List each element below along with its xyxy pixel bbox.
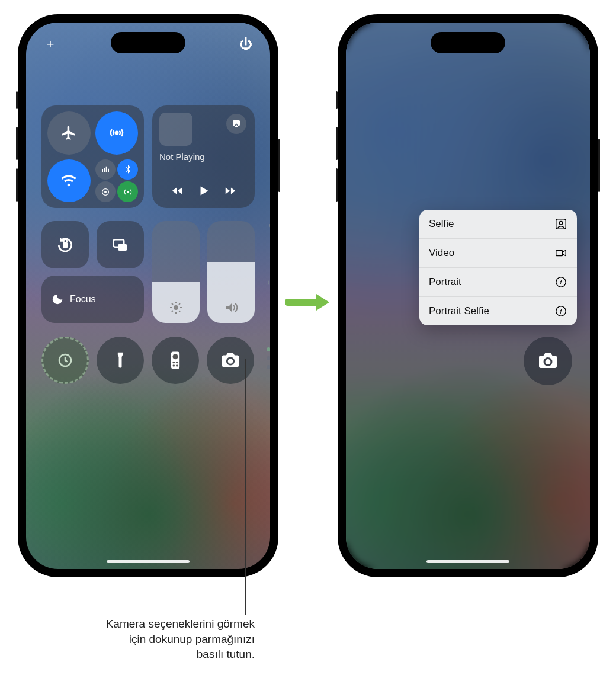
hotspot-icon (123, 187, 133, 197)
focus-label: Focus (70, 294, 96, 305)
iphone-right-frame: Selfie Video Portrait f Portrait Selfie … (338, 14, 598, 577)
camera-button[interactable] (207, 337, 254, 384)
media-artwork (159, 113, 192, 146)
wifi-icon (60, 172, 77, 189)
remote-button[interactable] (152, 337, 199, 384)
camera-button[interactable] (524, 337, 572, 385)
airplay-button[interactable] (226, 114, 246, 134)
person-square-icon (554, 218, 567, 231)
dynamic-island (111, 32, 185, 53)
control-center-screen: + ⏻ (26, 23, 270, 569)
screen-mirroring-button[interactable] (97, 221, 144, 268)
media-module[interactable]: Not Playing (152, 105, 255, 208)
svg-rect-6 (118, 244, 127, 251)
transition-arrow-icon (285, 290, 332, 314)
menu-item-label: Video (429, 247, 454, 259)
sun-icon (169, 300, 183, 315)
orientation-lock-icon (56, 235, 75, 254)
svg-point-16 (559, 221, 563, 225)
flashlight-icon (114, 350, 126, 370)
moon-icon (51, 293, 64, 306)
camera-menu-selfie[interactable]: Selfie (419, 210, 577, 238)
satellite-toggle[interactable] (95, 181, 116, 202)
iphone-left-frame: + ⏻ (18, 14, 278, 577)
power-icon: ⏻ (239, 37, 252, 52)
hotspot-toggle[interactable] (117, 181, 138, 202)
forward-icon (224, 184, 237, 197)
svg-rect-15 (556, 219, 566, 229)
rewind-button[interactable] (171, 184, 184, 200)
svg-point-7 (174, 305, 178, 310)
forward-button[interactable] (224, 184, 237, 200)
svg-point-13 (173, 364, 175, 367)
home-indicator (107, 560, 190, 563)
video-icon (554, 247, 567, 260)
camera-menu-portrait[interactable]: Portrait f (419, 267, 577, 296)
svg-text:f: f (560, 279, 563, 286)
callout-leader-line (245, 359, 246, 615)
home-indicator (426, 560, 509, 563)
rewind-icon (171, 184, 184, 197)
satellite-icon (101, 187, 110, 197)
svg-point-3 (127, 191, 129, 193)
volume-slider[interactable] (207, 221, 255, 323)
svg-point-0 (114, 131, 118, 135)
flashlight-button[interactable] (97, 337, 144, 384)
svg-point-14 (176, 364, 178, 367)
svg-point-11 (173, 362, 175, 364)
bluetooth-toggle[interactable] (117, 159, 138, 180)
wifi-toggle[interactable] (47, 159, 91, 203)
menu-item-label: Selfie (429, 218, 454, 230)
brightness-slider[interactable] (152, 221, 200, 323)
airdrop-icon (108, 124, 125, 141)
camera-icon (220, 350, 240, 370)
timer-button[interactable] (41, 337, 89, 384)
aperture-icon: f (554, 276, 567, 289)
favorite-heart-icon: ♥ (268, 221, 270, 232)
menu-item-label: Portrait (429, 276, 461, 288)
airplay-icon (231, 119, 242, 129)
plus-icon: + (47, 37, 54, 52)
svg-text:f: f (560, 308, 563, 315)
page-indicator (267, 347, 270, 369)
power-button[interactable]: ⏻ (237, 36, 255, 53)
bluetooth-icon (123, 165, 133, 174)
airdrop-toggle[interactable] (95, 111, 139, 155)
cellular-toggle[interactable] (95, 159, 116, 180)
orientation-lock-toggle[interactable] (41, 221, 89, 268)
play-icon (196, 183, 211, 199)
volume-icon (224, 300, 238, 315)
camera-icon (537, 350, 559, 372)
cellular-icon (101, 165, 110, 174)
play-button[interactable] (196, 183, 211, 201)
svg-point-12 (176, 362, 178, 364)
dynamic-island (431, 32, 505, 53)
now-playing-label: Not Playing (159, 152, 248, 162)
aperture-icon: f (554, 305, 567, 318)
screen-mirroring-icon (111, 236, 129, 254)
svg-rect-4 (63, 242, 68, 248)
camera-context-menu: Selfie Video Portrait f Portrait Selfie … (419, 210, 577, 325)
camera-menu-portrait-selfie[interactable]: Portrait Selfie f (419, 296, 577, 325)
camera-context-menu-screen: Selfie Video Portrait f Portrait Selfie … (346, 23, 590, 569)
svg-point-10 (173, 354, 178, 359)
callout-text: Kamera seçeneklerini görmek için dokunup… (101, 616, 255, 662)
signal-tower-icon (267, 278, 270, 290)
add-control-button[interactable]: + (41, 36, 59, 53)
svg-point-2 (104, 191, 107, 193)
connectivity-subgrid[interactable] (95, 159, 139, 203)
airplane-icon (60, 124, 77, 141)
music-note-icon: ♪ (269, 250, 270, 260)
focus-button[interactable]: Focus (41, 276, 144, 323)
menu-item-label: Portrait Selfie (429, 305, 489, 317)
timer-icon (56, 351, 74, 369)
airplane-mode-toggle[interactable] (47, 111, 91, 155)
apple-tv-remote-icon (170, 350, 181, 370)
camera-menu-video[interactable]: Video (419, 238, 577, 267)
svg-rect-17 (556, 250, 563, 255)
connectivity-module[interactable] (41, 105, 144, 208)
